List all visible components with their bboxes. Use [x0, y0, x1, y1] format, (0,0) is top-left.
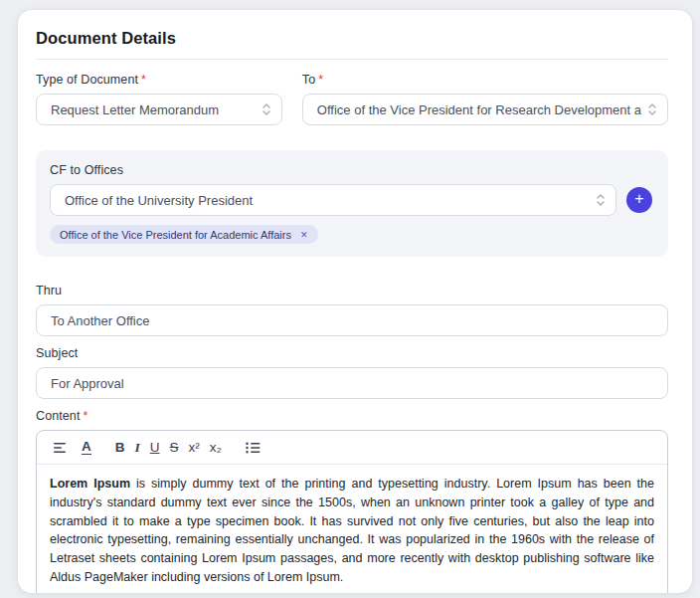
- required-asterisk: *: [83, 409, 88, 423]
- label-text: To: [302, 73, 315, 87]
- type-of-document-label: Type of Document*: [36, 73, 282, 87]
- cf-office-chip: Office of the Vice President for Academi…: [50, 225, 318, 244]
- subject-field: Subject: [36, 346, 668, 399]
- add-office-button[interactable]: +: [626, 187, 652, 213]
- underline-button[interactable]: U: [145, 439, 165, 457]
- chevron-updown-icon: [647, 102, 657, 116]
- chevron-updown-icon: [596, 193, 606, 207]
- cf-select-row: Office of the University President +: [50, 184, 652, 216]
- content-editor: A B I U S x² x₂ Lorem Ipsum is simply du…: [36, 430, 668, 593]
- subject-input[interactable]: [36, 367, 668, 399]
- chevron-updown-icon: [262, 102, 271, 116]
- italic-button[interactable]: I: [130, 439, 145, 457]
- content-field: Content* A B I U S x² x₂ Lorem Ipsum is …: [36, 409, 668, 593]
- text-color-button[interactable]: A: [77, 438, 96, 458]
- required-asterisk: *: [318, 73, 323, 87]
- thru-label: Thru: [36, 284, 668, 298]
- text-color-icon: A: [82, 440, 91, 456]
- superscript-button[interactable]: x²: [184, 439, 205, 457]
- type-of-document-value: Request Letter Memorandum: [51, 102, 256, 117]
- header-divider: [36, 59, 668, 60]
- chip-remove-icon[interactable]: ✕: [300, 230, 308, 240]
- ordered-list-icon: [246, 442, 261, 454]
- content-label: Content*: [36, 409, 668, 423]
- document-details-card: Document Details Type of Document* Reque…: [18, 10, 692, 593]
- to-label: To*: [302, 73, 668, 87]
- strikethrough-button[interactable]: S: [165, 439, 184, 457]
- content-bold-lead: Lorem Ipsum: [50, 477, 130, 491]
- chip-label: Office of the Vice President for Academi…: [60, 229, 291, 241]
- to-field: To* Office of the Vice President for Res…: [302, 73, 668, 125]
- label-text: Type of Document: [36, 73, 138, 87]
- to-value: Office of the Vice President for Researc…: [317, 102, 641, 117]
- cf-office-select[interactable]: Office of the University President: [50, 184, 616, 216]
- ordered-list-button[interactable]: [241, 440, 265, 456]
- align-left-button[interactable]: [49, 440, 73, 456]
- cf-to-offices-label: CF to Offices: [50, 163, 652, 177]
- type-of-document-select[interactable]: Request Letter Memorandum: [36, 94, 282, 125]
- align-left-icon: [54, 442, 68, 454]
- top-fields-row: Type of Document* Request Letter Memoran…: [36, 73, 668, 125]
- to-select[interactable]: Office of the Vice President for Researc…: [302, 94, 668, 125]
- editor-content-area[interactable]: Lorem Ipsum is simply dummy text of the …: [37, 465, 667, 593]
- thru-input[interactable]: [36, 304, 668, 336]
- thru-field: Thru: [36, 284, 668, 336]
- subject-label: Subject: [36, 346, 668, 360]
- type-of-document-field: Type of Document* Request Letter Memoran…: [36, 73, 282, 125]
- editor-toolbar: A B I U S x² x₂: [37, 431, 667, 464]
- label-text: Content: [36, 409, 80, 423]
- bold-button[interactable]: B: [110, 439, 130, 457]
- cf-office-value: Office of the University President: [65, 193, 590, 208]
- page-title: Document Details: [36, 29, 668, 48]
- required-asterisk: *: [141, 73, 146, 87]
- subscript-button[interactable]: x₂: [205, 439, 227, 457]
- content-text: is simply dummy text of the printing and…: [50, 477, 654, 584]
- cf-to-offices-panel: CF to Offices Office of the University P…: [36, 150, 668, 257]
